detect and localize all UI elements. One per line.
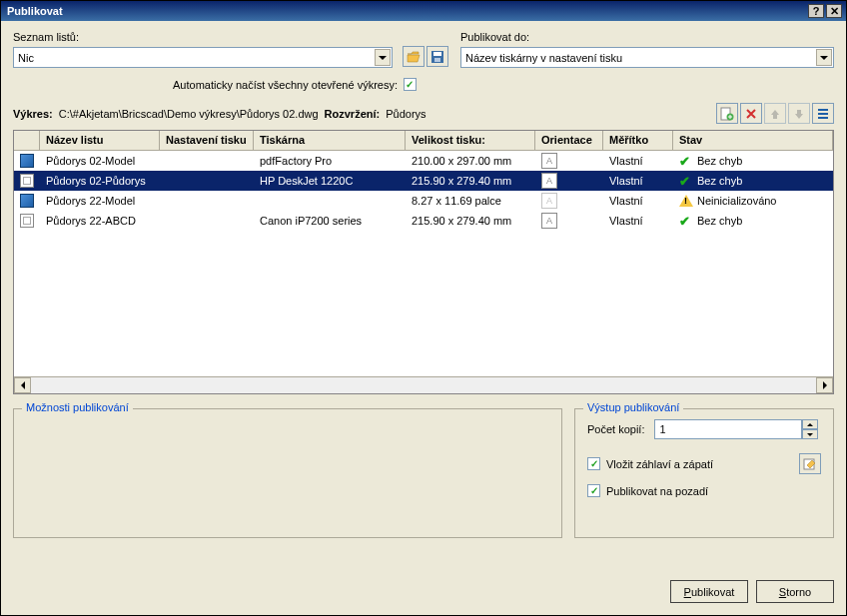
- titlebar: Publikovat ? ✕: [1, 1, 846, 21]
- header-footer-label: Vložit záhlaví a zápatí: [606, 458, 713, 470]
- row-status-cell: ✔Bez chyb: [673, 211, 833, 231]
- horizontal-scrollbar[interactable]: [14, 376, 833, 393]
- grid-header: Název listu Nastavení tisku Tiskárna Vel…: [14, 131, 833, 151]
- remove-sheet-button[interactable]: [740, 103, 762, 124]
- open-list-button[interactable]: [403, 46, 424, 67]
- edit-header-footer-button[interactable]: [799, 453, 821, 474]
- col-setup[interactable]: Nastavení tisku: [160, 131, 254, 150]
- table-row[interactable]: Půdorys 02-ModelpdfFactory Pro210.00 x 2…: [14, 151, 833, 171]
- row-icon-cell: [14, 151, 40, 171]
- col-status[interactable]: Stav: [673, 131, 833, 150]
- sheet-list-select[interactable]: Nic: [13, 47, 393, 68]
- publish-options-legend: Možnosti publikování: [22, 401, 133, 413]
- row-size-cell: 215.90 x 279.40 mm: [406, 211, 535, 231]
- header-footer-row: Vložit záhlaví a zápatí: [587, 453, 821, 474]
- drawing-label: Výkres:: [13, 108, 53, 120]
- publish-button[interactable]: Publikovat: [670, 580, 748, 603]
- delete-icon: [744, 107, 758, 121]
- copies-label: Počet kopií:: [587, 423, 644, 435]
- lower-panels: Možnosti publikování Výstup publikování …: [13, 408, 834, 538]
- layout-name: Půdorys: [386, 108, 425, 120]
- copies-spinner: [654, 419, 814, 439]
- chevron-down-icon: [375, 49, 391, 66]
- row-orient-cell: A: [535, 211, 603, 231]
- table-row[interactable]: Půdorys 02-PůdorysHP DeskJet 1220C215.90…: [14, 171, 833, 191]
- col-size[interactable]: Velikost tisku:: [406, 131, 535, 150]
- grid-body: Půdorys 02-ModelpdfFactory Pro210.00 x 2…: [14, 151, 833, 376]
- row-status-cell: ✔Bez chyb: [673, 171, 833, 191]
- col-printer[interactable]: Tiskárna: [254, 131, 406, 150]
- row-name-cell: Půdorys 02-Půdorys: [40, 171, 160, 191]
- copies-down-button[interactable]: [802, 429, 818, 439]
- row-printer-cell: Canon iP7200 series: [254, 211, 406, 231]
- publish-output-group: Výstup publikování Počet kopií: Vložit z…: [574, 408, 834, 538]
- svg-rect-2: [434, 58, 440, 62]
- dialog-content: Seznam listů: Nic Publikovat do: Název t…: [1, 21, 846, 570]
- publish-output-legend: Výstup publikování: [583, 401, 683, 413]
- sheet-options-button[interactable]: [812, 103, 834, 124]
- page-add-icon: [720, 107, 734, 121]
- row-setup-cell: [160, 211, 254, 231]
- close-button[interactable]: ✕: [826, 4, 842, 18]
- drawing-path: C:\#Akjetam\Bricscad\Demo výkresy\Půdory…: [59, 108, 319, 120]
- autoload-label: Automaticky načíst všechny otevřené výkr…: [173, 79, 398, 91]
- arrow-down-icon: [792, 107, 806, 121]
- col-scale[interactable]: Měřítko: [603, 131, 673, 150]
- row-orient-cell: A: [535, 171, 603, 191]
- status-ok-icon: ✔: [679, 214, 693, 228]
- window-title: Publikovat: [5, 5, 806, 17]
- col-name[interactable]: Název listu: [40, 131, 160, 150]
- scroll-track[interactable]: [31, 377, 816, 393]
- autoload-checkbox[interactable]: [404, 78, 417, 91]
- help-button[interactable]: ?: [808, 4, 824, 18]
- background-checkbox[interactable]: [587, 484, 600, 497]
- copies-input[interactable]: [654, 419, 802, 439]
- save-icon: [429, 49, 445, 65]
- publish-dialog: Publikovat ? ✕ Seznam listů: Nic: [0, 0, 847, 616]
- move-up-button[interactable]: [764, 103, 786, 124]
- add-sheet-button[interactable]: [716, 103, 738, 124]
- row-name-cell: Půdorys 22-Model: [40, 191, 160, 211]
- row-setup-cell: [160, 151, 254, 171]
- status-ok-icon: ✔: [679, 174, 693, 188]
- scroll-right-button[interactable]: [816, 377, 833, 393]
- row-icon-cell: [14, 171, 40, 191]
- row-printer-cell: [254, 191, 406, 211]
- autoload-row: Automaticky načíst všechny otevřené výkr…: [13, 78, 834, 91]
- cancel-button[interactable]: Storno: [756, 580, 834, 603]
- portrait-orientation-icon: A: [541, 193, 557, 209]
- row-status-cell: Neinicializováno: [673, 191, 833, 211]
- publish-options-group: Možnosti publikování: [13, 408, 562, 538]
- chevron-down-icon: [816, 49, 832, 66]
- background-label: Publikovat na pozadí: [606, 485, 708, 497]
- folder-open-icon: [406, 49, 422, 65]
- publish-to-select[interactable]: Název tiskárny v nastavení tisku: [460, 47, 834, 68]
- row-setup-cell: [160, 171, 254, 191]
- row-size-cell: 215.90 x 279.40 mm: [406, 171, 535, 191]
- publish-to-label: Publikovat do:: [460, 31, 834, 43]
- row-size-cell: 210.00 x 297.00 mm: [406, 151, 535, 171]
- col-orient[interactable]: Orientace: [535, 131, 603, 150]
- move-down-button[interactable]: [788, 103, 810, 124]
- row-name-cell: Půdorys 02-Model: [40, 151, 160, 171]
- save-list-button[interactable]: [426, 46, 448, 67]
- publish-to-value: Název tiskárny v nastavení tisku: [465, 52, 622, 64]
- model-sheet-icon: [20, 154, 34, 168]
- row-size-cell: 8.27 x 11.69 palce: [406, 191, 535, 211]
- table-row[interactable]: Půdorys 22-Model8.27 x 11.69 palceAVlast…: [14, 191, 833, 211]
- row-name-cell: Půdorys 22-ABCD: [40, 211, 160, 231]
- row-icon-cell: [14, 211, 40, 231]
- row-icon-cell: [14, 191, 40, 211]
- list-icon: [816, 107, 830, 121]
- dialog-footer: Publikovat Storno: [1, 570, 846, 615]
- copies-up-button[interactable]: [802, 419, 818, 429]
- col-icon[interactable]: [14, 131, 40, 150]
- layout-sheet-icon: [20, 174, 34, 188]
- scroll-left-button[interactable]: [14, 377, 31, 393]
- table-row[interactable]: Půdorys 22-ABCDCanon iP7200 series215.90…: [14, 211, 833, 231]
- header-footer-checkbox[interactable]: [587, 457, 600, 470]
- row-printer-cell: HP DeskJet 1220C: [254, 171, 406, 191]
- row-scale-cell: Vlastní: [603, 171, 673, 191]
- path-row: Výkres: C:\#Akjetam\Bricscad\Demo výkres…: [13, 103, 834, 124]
- svg-rect-1: [433, 52, 441, 56]
